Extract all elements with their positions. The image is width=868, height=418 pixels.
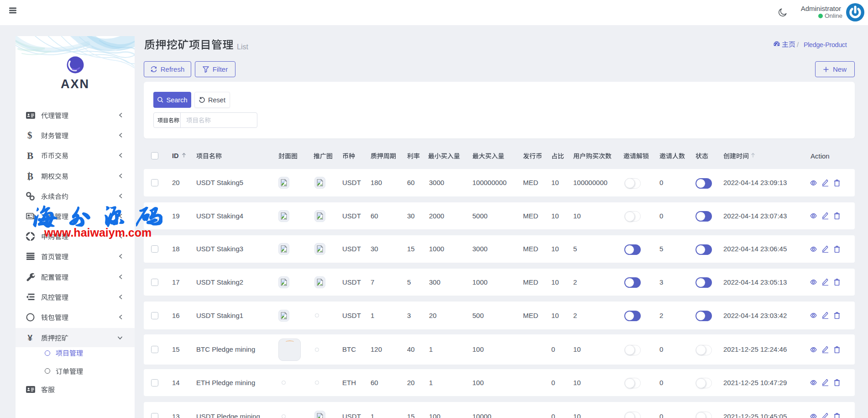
svg-text:B: B: [27, 172, 33, 180]
svg-text:B: B: [27, 151, 33, 160]
svg-text:$: $: [27, 131, 32, 140]
svg-text:¥: ¥: [28, 333, 33, 342]
